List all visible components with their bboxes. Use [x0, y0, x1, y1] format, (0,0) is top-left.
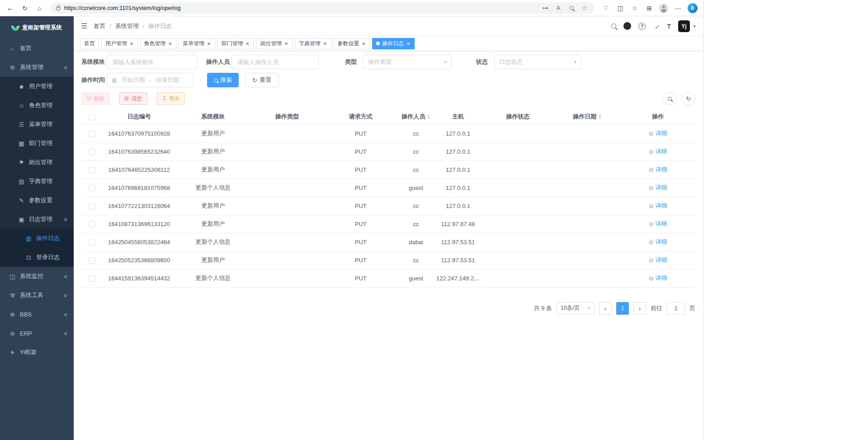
select-all-checkbox[interactable] — [89, 114, 95, 120]
status-select[interactable]: 日志状态 ▾ — [494, 55, 581, 69]
browser-menu-icon[interactable]: ⋯ — [671, 2, 685, 14]
sidebar-item-dict-manage[interactable]: ▤字典管理 — [0, 172, 74, 191]
close-icon[interactable]: × — [284, 41, 288, 47]
tab-param-settings[interactable]: 参数设置× — [334, 38, 370, 49]
close-icon[interactable]: × — [323, 41, 327, 47]
sidebar-item-param-settings[interactable]: ✎参数设置 — [0, 191, 74, 210]
sidebar-item-post-manage[interactable]: ⚑岗位管理 — [0, 153, 74, 172]
row-checkbox[interactable] — [89, 149, 95, 155]
column-header-operator[interactable]: 操作人员▲▼ — [397, 109, 434, 124]
help-icon[interactable]: ? — [638, 23, 646, 30]
sidebar-item-system-monitor[interactable]: ◫系统监控∨ — [0, 267, 74, 286]
breadcrumb-system-manage[interactable]: 系统管理 — [115, 22, 139, 30]
sort-icon[interactable]: ▲▼ — [599, 114, 601, 119]
search-icon[interactable] — [611, 24, 616, 28]
browser-essentials-icon[interactable]: ♡ — [599, 2, 613, 14]
app-logo[interactable]: 意框架管理系统 — [0, 16, 74, 39]
add-favorite-icon[interactable]: ☆ — [580, 5, 589, 11]
breadcrumb-home[interactable]: 首页 — [94, 22, 105, 30]
refresh-table-button[interactable]: ↻ — [682, 92, 695, 105]
detail-link[interactable]: ⊙详细 — [649, 184, 667, 192]
github-icon[interactable] — [623, 22, 631, 30]
tab-dept-manage[interactable]: 部门管理× — [217, 38, 254, 49]
sidebar-item-bbs[interactable]: ⊕BBS∨ — [0, 305, 74, 324]
address-bar[interactable]: https://ccnetcore.com:1101/system/log/op… — [51, 2, 594, 14]
bing-button[interactable]: b — [686, 2, 699, 14]
sidebar-item-home[interactable]: ⌂首页 — [0, 39, 74, 58]
detail-link[interactable]: ⊙详细 — [649, 147, 667, 156]
tab-oper-log[interactable]: 操作日志× — [372, 38, 415, 49]
close-icon[interactable]: × — [207, 41, 211, 47]
browser-profile-avatar[interactable] — [657, 2, 670, 14]
delete-button[interactable]: ⊟ 删除 — [81, 92, 110, 105]
favorites-icon[interactable]: ☆ — [628, 2, 642, 14]
user-avatar[interactable]: Yj — [678, 20, 690, 32]
caret-down-icon[interactable]: ▾ — [693, 23, 696, 29]
read-aloud-icon[interactable]: A — [554, 5, 563, 11]
row-checkbox[interactable] — [89, 257, 95, 264]
clear-button[interactable]: ⊟ 清空 — [119, 92, 147, 105]
row-checkbox[interactable] — [89, 203, 95, 209]
sidebar-item-login-log[interactable]: ⊡登录日志 — [0, 248, 74, 267]
column-header-date[interactable]: 操作日期▲▼ — [554, 109, 621, 124]
type-select[interactable]: 操作类型 ▾ — [363, 55, 452, 69]
sidebar-item-menu-manage[interactable]: ☰菜单管理 — [0, 115, 74, 134]
next-page-button[interactable]: › — [633, 302, 646, 315]
sidebar-item-oper-log[interactable]: ▥操作日志 — [0, 229, 74, 248]
detail-link[interactable]: ⊙详细 — [649, 256, 667, 264]
detail-link[interactable]: ⊙详细 — [649, 129, 667, 137]
collections-icon[interactable]: ⊞ — [642, 2, 656, 14]
sidebar-item-yi-framework[interactable]: ✈Yi框架 — [0, 343, 74, 362]
hamburger-icon[interactable]: ☰ — [81, 22, 87, 30]
date-range-input[interactable]: ▦ 开始日期 - 结束日期 — [107, 73, 193, 87]
row-checkbox[interactable] — [89, 131, 95, 137]
sidebar-item-user-manage[interactable]: ☻用户管理 — [0, 77, 74, 96]
sidebar-item-system-tools[interactable]: ⚒系统工具∨ — [0, 286, 74, 305]
goto-page-input[interactable] — [667, 302, 685, 315]
row-checkbox[interactable] — [89, 239, 95, 246]
sidebar-item-dept-manage[interactable]: ▦部门管理 — [0, 134, 74, 153]
detail-link[interactable]: ⊙详细 — [649, 166, 667, 174]
row-checkbox[interactable] — [89, 167, 95, 173]
detail-link[interactable]: ⊙详细 — [649, 274, 667, 282]
tab-home[interactable]: 首页 — [80, 38, 99, 49]
row-checkbox[interactable] — [89, 221, 95, 227]
sidebar-item-erp[interactable]: ⊛ERP∨ — [0, 324, 74, 343]
tab-role-manage[interactable]: 角色管理× — [140, 38, 177, 49]
prev-page-button[interactable]: ‹ — [599, 302, 612, 315]
font-size-icon[interactable]: T — [667, 23, 671, 30]
export-button[interactable]: ↧ 导出 — [156, 92, 185, 105]
close-icon[interactable]: × — [362, 41, 366, 47]
browser-back-button[interactable]: ← — [4, 2, 17, 14]
browser-home-button[interactable]: ⌂ — [33, 2, 46, 14]
zoom-out-icon[interactable] — [567, 6, 576, 10]
search-button[interactable]: 搜索 — [207, 73, 239, 87]
close-icon[interactable]: × — [168, 41, 173, 47]
detail-link[interactable]: ⊙详细 — [649, 238, 667, 246]
module-input[interactable] — [107, 55, 197, 69]
tab-dict-manage[interactable]: 字典管理× — [295, 38, 331, 49]
close-icon[interactable]: × — [245, 41, 250, 47]
reset-button[interactable]: ↻ 重置 — [245, 73, 278, 87]
detail-link[interactable]: ⊙详细 — [649, 202, 667, 210]
tab-user-manage[interactable]: 用户管理× — [101, 38, 138, 49]
row-checkbox[interactable] — [89, 275, 95, 282]
browser-refresh-button[interactable]: ↻ — [18, 2, 32, 14]
sidebar-item-log-manage[interactable]: ▣日志管理∧ — [0, 210, 74, 229]
sort-icon[interactable]: ▲▼ — [427, 114, 430, 119]
close-icon[interactable]: × — [406, 41, 410, 47]
tab-menu-manage[interactable]: 菜单管理× — [179, 38, 215, 49]
close-icon[interactable]: × — [129, 41, 134, 47]
detail-link[interactable]: ⊙详细 — [649, 220, 667, 228]
operator-input[interactable] — [231, 55, 319, 69]
page-1-button[interactable]: 1 — [616, 302, 629, 315]
page-size-select[interactable]: 10条/页 ▾ — [557, 302, 594, 315]
sidebar-item-system-manage[interactable]: ⚙系统管理∧ — [0, 58, 74, 77]
url-text[interactable]: https://ccnetcore.com:1101/system/log/op… — [64, 5, 537, 11]
show-search-button[interactable] — [663, 92, 676, 105]
split-screen-icon[interactable]: ◫ — [613, 2, 627, 14]
fullscreen-icon[interactable]: ↔ — [651, 21, 662, 31]
password-key-icon[interactable]: ⊶ — [541, 5, 550, 11]
sidebar-item-role-manage[interactable]: ☺角色管理 — [0, 96, 74, 115]
row-checkbox[interactable] — [89, 185, 95, 191]
